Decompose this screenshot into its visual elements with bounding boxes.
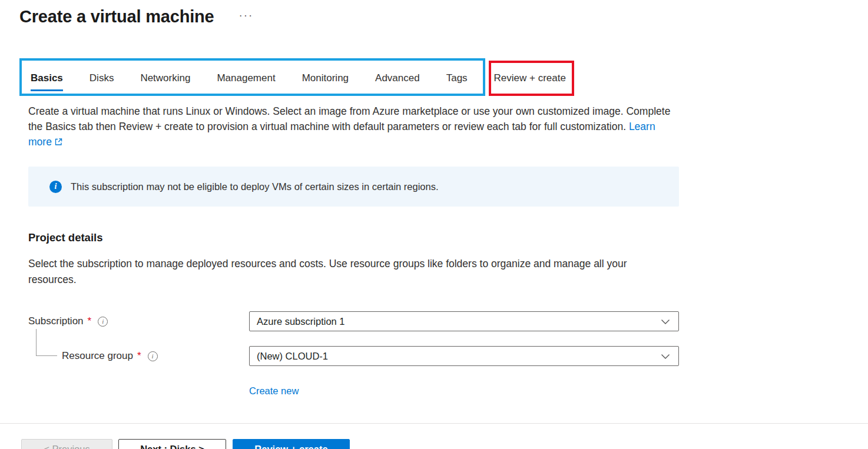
tab-management[interactable]: Management xyxy=(217,72,275,91)
intro-text: Create a virtual machine that runs Linux… xyxy=(28,105,670,132)
footer-button-bar: < Previous Next : Disks > Review + creat… xyxy=(0,424,868,449)
subscription-row: Subscription * i Azure subscription 1 xyxy=(28,311,868,331)
resource-group-dropdown-value: (New) CLOUD-1 xyxy=(257,351,328,362)
tab-bar: Basics Disks Networking Management Monit… xyxy=(19,58,868,96)
subscription-dropdown[interactable]: Azure subscription 1 xyxy=(249,311,679,331)
info-icon: i xyxy=(49,181,62,193)
tab-review-create[interactable]: Review + create xyxy=(494,72,566,84)
annotation-box-red: Review + create xyxy=(489,61,574,96)
page-title: Create a virtual machine xyxy=(19,7,214,26)
subscription-info-icon[interactable]: i xyxy=(98,317,108,327)
next-disks-button[interactable]: Next : Disks > xyxy=(118,439,226,449)
subscription-label: Subscription xyxy=(28,315,84,327)
tab-tags[interactable]: Tags xyxy=(446,72,468,91)
external-link-icon xyxy=(54,135,62,150)
tab-monitoring[interactable]: Monitoring xyxy=(302,72,349,91)
subscription-dropdown-value: Azure subscription 1 xyxy=(257,316,345,327)
tab-basics[interactable]: Basics xyxy=(31,72,63,91)
resource-group-tree-connector xyxy=(36,329,57,356)
chevron-down-icon xyxy=(661,351,670,362)
info-banner-message: This subscription may not be eligible to… xyxy=(71,181,439,192)
resource-group-label-cell: Resource group * i xyxy=(28,350,249,362)
subscription-required-marker: * xyxy=(88,315,92,327)
context-menu-ellipsis-icon[interactable]: ··· xyxy=(238,9,253,21)
info-banner: i This subscription may not be eligible … xyxy=(28,167,679,207)
intro-paragraph: Create a virtual machine that runs Linux… xyxy=(28,104,674,150)
chevron-down-icon xyxy=(661,316,670,327)
project-details-description: Select the subscription to manage deploy… xyxy=(28,256,669,288)
create-new-link[interactable]: Create new xyxy=(249,385,299,397)
project-details-heading: Project details xyxy=(28,231,868,244)
resource-group-dropdown[interactable]: (New) CLOUD-1 xyxy=(249,346,679,366)
resource-group-info-icon[interactable]: i xyxy=(148,351,158,361)
previous-button[interactable]: < Previous xyxy=(21,439,112,449)
page-header: Create a virtual machine ··· xyxy=(0,0,868,26)
resource-group-required-marker: * xyxy=(137,350,141,362)
tab-advanced[interactable]: Advanced xyxy=(375,72,420,91)
review-create-button[interactable]: Review + create xyxy=(233,439,350,449)
resource-group-label: Resource group xyxy=(62,350,133,362)
subscription-label-cell: Subscription * i xyxy=(28,315,249,327)
tab-disks[interactable]: Disks xyxy=(90,72,114,91)
annotation-box-blue: Basics Disks Networking Management Monit… xyxy=(19,58,485,96)
resource-group-row: Resource group * i (New) CLOUD-1 xyxy=(28,346,868,366)
tab-networking[interactable]: Networking xyxy=(140,72,190,91)
project-details-form: Subscription * i Azure subscription 1 Re… xyxy=(28,311,868,397)
